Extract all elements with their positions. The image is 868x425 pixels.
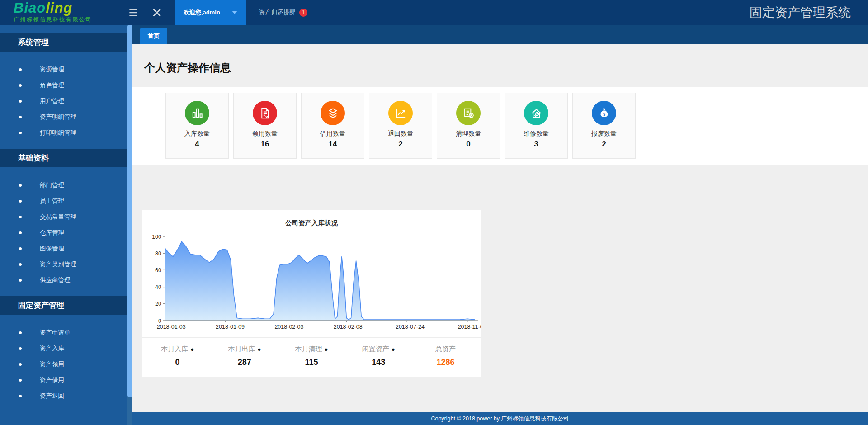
page-title: 个人资产操作信息 [144, 61, 868, 75]
svg-text:2018-02-08: 2018-02-08 [334, 324, 363, 330]
stat-value: 3 [505, 140, 567, 149]
sidebar-section: 固定资产管理资产申请单资产入库资产领用资产借用资产退回 [0, 296, 127, 404]
svg-text:2018-01-09: 2018-01-09 [216, 324, 245, 330]
stat-cards-panel: 入库数量 4 领用数量 16 借用数量 14 [132, 87, 868, 165]
asset-inbound-chart-panel: 公司资产入库状况 0204060801002018-01-032018-01-0… [142, 210, 481, 377]
sidebar-section-title-1[interactable]: 基础资料 [0, 149, 127, 167]
chart-title: 公司资产入库状况 [142, 219, 481, 227]
svg-text:40: 40 [155, 284, 161, 290]
asset-return-reminder[interactable]: 资产归还提醒 1 [259, 9, 307, 17]
tab-bar: 首页 [132, 25, 868, 44]
sidebar-nav: 系统管理资源管理角色管理用户管理资产明细管理打印明细管理基础资料部门管理员工管理… [0, 25, 127, 425]
summary-item-idle-assets: 闲置资产● 143 [345, 345, 412, 367]
sidebar-item[interactable]: 资产领用 [0, 356, 127, 372]
summary-label: 总资产 [435, 345, 456, 353]
svg-text:80: 80 [155, 250, 161, 257]
top-bar: Biaoling 广州标领信息科技有限公司 欢迎您,admin 资产归还提醒 1… [0, 0, 868, 25]
sidebar-section-title-0[interactable]: 系统管理 [0, 33, 127, 52]
money-bag-icon: $ [592, 101, 616, 125]
summary-value: 0 [144, 358, 211, 367]
stat-card-return[interactable]: 退回数量 2 [369, 93, 432, 159]
sidebar-item[interactable]: 用户管理 [0, 93, 127, 109]
svg-text:0: 0 [158, 318, 161, 324]
logo-text: Biaoling [14, 1, 127, 15]
stat-card-clean[interactable]: 清理数量 0 [437, 93, 500, 159]
stat-value: 0 [437, 140, 500, 149]
bullet-dot: ● [325, 346, 328, 353]
stat-label: 借用数量 [302, 130, 364, 138]
bar-chart-icon [185, 101, 209, 125]
sidebar-section-title-2[interactable]: 固定资产管理 [0, 296, 127, 315]
stat-card-requisition[interactable]: 领用数量 16 [233, 93, 297, 159]
stat-card-borrow[interactable]: 借用数量 14 [301, 93, 364, 159]
area-chart: 0204060801002018-01-032018-01-092018-02-… [142, 231, 481, 333]
sidebar-item[interactable]: 角色管理 [0, 77, 127, 93]
svg-text:2018-11-06: 2018-11-06 [458, 324, 481, 330]
stat-label: 清理数量 [437, 130, 500, 138]
svg-text:20: 20 [155, 301, 161, 307]
sidebar-item-list: 资产申请单资产入库资产领用资产借用资产退回 [0, 325, 127, 404]
sidebar-item[interactable]: 部门管理 [0, 177, 127, 193]
stat-value: 14 [302, 140, 364, 149]
sidebar-item[interactable]: 资产入库 [0, 340, 127, 356]
sidebar-item[interactable]: 资产类别管理 [0, 256, 127, 272]
summary-item-month-out: 本月出库● 287 [211, 345, 278, 367]
stat-value: 2 [369, 140, 432, 149]
sidebar-item[interactable]: 打印明细管理 [0, 125, 127, 141]
logo-text-part1: Biao [14, 0, 46, 16]
sidebar-item-list: 资源管理角色管理用户管理资产明细管理打印明细管理 [0, 61, 127, 141]
bullet-dot: ● [392, 346, 395, 353]
sidebar-item[interactable]: 资源管理 [0, 61, 127, 77]
stat-label: 报废数量 [573, 130, 635, 138]
system-title: 固定资产管理系统 [750, 4, 868, 21]
summary-value: 1286 [412, 358, 479, 367]
document-check-icon [253, 101, 277, 125]
bullet-dot: ● [190, 346, 194, 353]
svg-text:2018-02-03: 2018-02-03 [274, 324, 303, 330]
sidebar-item[interactable]: 员工管理 [0, 193, 127, 209]
page-scroll-area[interactable]: 个人资产操作信息 入库数量 4 领用数量 16 [132, 44, 868, 412]
stat-label: 维修数量 [505, 130, 567, 138]
sidebar-scrollbar-thumb[interactable] [127, 25, 132, 397]
home-wrench-icon [524, 101, 548, 125]
summary-label: 闲置资产 [362, 345, 389, 353]
stat-label: 入库数量 [166, 130, 228, 138]
svg-text:60: 60 [155, 267, 161, 274]
logo-subtitle: 广州标领信息科技有限公司 [14, 16, 127, 24]
stat-card-inbound[interactable]: 入库数量 4 [165, 93, 229, 159]
summary-label: 本月入库 [161, 345, 188, 353]
document-clock-icon [456, 101, 481, 125]
stat-value: 2 [573, 140, 635, 149]
logo[interactable]: Biaoling 广州标领信息科技有限公司 [0, 1, 127, 24]
sidebar-item[interactable]: 资产明细管理 [0, 109, 127, 125]
sidebar-item[interactable]: 资产申请单 [0, 325, 127, 340]
sidebar-item[interactable]: 资产退回 [0, 388, 127, 404]
sidebar-item[interactable]: 供应商管理 [0, 272, 127, 288]
svg-text:100: 100 [152, 234, 161, 240]
sidebar-section: 基础资料部门管理员工管理交易常量管理仓库管理图像管理资产类别管理供应商管理 [0, 149, 127, 288]
sidebar-item[interactable]: 交易常量管理 [0, 209, 127, 225]
line-chart-icon [388, 101, 413, 125]
svg-text:2018-07-24: 2018-07-24 [396, 324, 425, 330]
chevron-down-icon [232, 11, 237, 14]
stat-label: 领用数量 [234, 130, 296, 138]
close-icon[interactable] [151, 7, 163, 19]
summary-item-month-clean: 本月清理● 115 [278, 345, 345, 367]
stat-card-scrap[interactable]: $ 报废数量 2 [572, 93, 636, 159]
user-menu-button[interactable]: 欢迎您,admin [175, 0, 246, 25]
stat-card-repair[interactable]: 维修数量 3 [505, 93, 568, 159]
summary-item-total-assets: 总资产 1286 [412, 345, 479, 367]
summary-value: 287 [211, 358, 278, 367]
sidebar-item[interactable]: 资产借用 [0, 372, 127, 388]
footer-copyright: Copyright © 2018 power by 广州标领信息科技有限公司 [132, 412, 868, 425]
tab-home[interactable]: 首页 [140, 28, 167, 44]
stat-value: 4 [166, 140, 228, 149]
sidebar-item[interactable]: 图像管理 [0, 241, 127, 256]
hamburger-menu-icon[interactable] [127, 7, 139, 19]
sidebar-scrollbar-track[interactable] [127, 25, 132, 425]
layers-icon [321, 101, 345, 125]
summary-value: 115 [278, 358, 344, 367]
summary-row: 本月入库● 0 本月出库● 287 本月清理● 115 闲置资产● 143 总资… [142, 338, 481, 377]
sidebar-item[interactable]: 仓库管理 [0, 225, 127, 241]
welcome-label: 欢迎您,admin [184, 9, 220, 17]
